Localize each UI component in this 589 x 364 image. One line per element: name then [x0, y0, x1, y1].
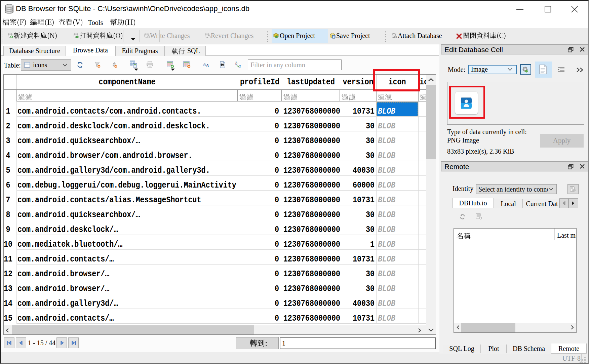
svg-text:b: b — [235, 61, 237, 66]
svg-text:A: A — [205, 63, 209, 68]
svg-text:a: a — [238, 64, 241, 69]
